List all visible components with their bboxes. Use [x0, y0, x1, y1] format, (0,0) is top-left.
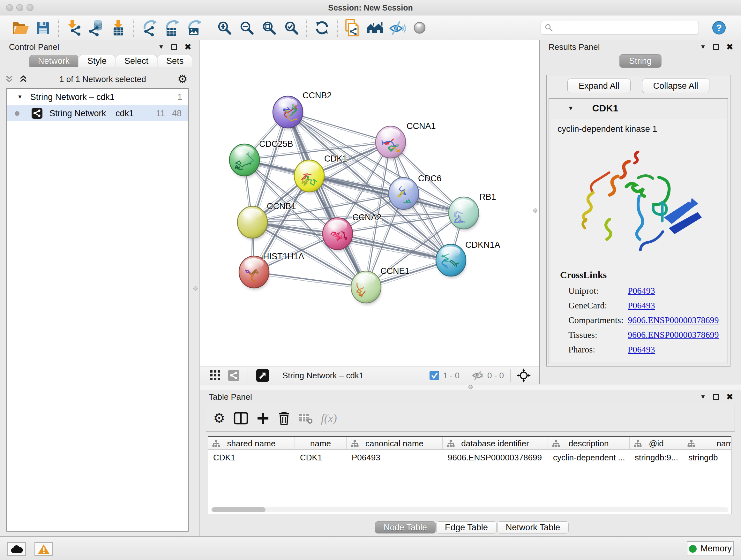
network-row[interactable]: String Network – cdk1 11 48 — [7, 105, 188, 121]
table-cell[interactable]: 9606.ENSP00000378699 — [443, 450, 548, 465]
table-row[interactable]: CDK1CDK1P064939606.ENSP00000378699cyclin… — [208, 450, 731, 465]
show-columns-icon[interactable] — [233, 412, 248, 425]
delete-column-trash-icon[interactable] — [278, 411, 290, 426]
crosslink-link[interactable]: P06493 — [628, 300, 655, 311]
float-panel-icon[interactable] — [713, 394, 719, 400]
tab-style[interactable]: Style — [79, 55, 115, 67]
network-edges[interactable] — [243, 111, 464, 289]
export-image-button[interactable] — [183, 17, 205, 38]
import-network-database-button[interactable] — [85, 17, 107, 38]
network-node-CCNA1[interactable]: CCNA1 — [376, 121, 436, 160]
tab-select[interactable]: Select — [116, 55, 157, 67]
tab-string[interactable]: String — [619, 54, 662, 68]
tab-network[interactable]: Network — [29, 55, 78, 67]
column-header-database-identifier[interactable]: database identifier — [443, 437, 548, 450]
zoom-selected-button[interactable] — [280, 17, 302, 38]
zoom-fit-button[interactable] — [258, 17, 280, 38]
export-table-button[interactable] — [160, 17, 183, 38]
crosslink-link[interactable]: 9606.ENSP00000378699 — [628, 330, 719, 340]
table-cell[interactable]: P06493 — [347, 450, 443, 465]
toolbar-separator — [58, 19, 59, 37]
hide-selected-button[interactable] — [386, 17, 408, 38]
column-header-namespac[interactable]: namespac — [683, 437, 731, 450]
add-column-icon[interactable] — [257, 412, 269, 425]
zoom-in-button[interactable] — [213, 17, 235, 38]
birds-eye-view-icon[interactable] — [256, 369, 269, 382]
crosslink-link[interactable]: P06493 — [628, 345, 655, 355]
table-cell[interactable]: cyclin-dependent ... — [548, 450, 630, 465]
float-panel-icon[interactable] — [171, 44, 177, 50]
save-session-button[interactable] — [32, 17, 54, 38]
string-protein-query-button[interactable] — [341, 17, 364, 38]
pan-crosshair-icon[interactable] — [516, 368, 531, 383]
network-graph[interactable]: CCNB2 CCNA1 CDC25B CDK1 CDC6 — [200, 40, 539, 367]
splitter-handle[interactable] — [468, 385, 473, 389]
vertical-splitter-handle-left[interactable] — [193, 287, 198, 291]
network-options-gear-icon[interactable]: ⚙ — [178, 73, 188, 85]
network-view-canvas[interactable]: CCNB2 CCNA1 CDC25B CDK1 CDC6 — [200, 40, 539, 367]
node-table[interactable]: shared namenamecanonical namedatabase id… — [208, 436, 731, 514]
table-cell[interactable]: CDK1 — [208, 450, 295, 465]
search-input[interactable] — [556, 22, 698, 34]
import-table-button[interactable] — [107, 17, 130, 38]
network-node-HIST1H1A[interactable]: HIST1H1A — [239, 252, 304, 290]
network-node-RB1[interactable]: RB1 — [449, 192, 496, 231]
column-header-canonical-name[interactable]: canonical name — [347, 437, 443, 450]
network-collection-row[interactable]: ▼ String Network – cdk1 1 — [7, 89, 188, 105]
network-node-CDKN1A[interactable]: CDKN1A — [436, 240, 500, 278]
collection-caret-icon[interactable]: ▼ — [17, 94, 23, 100]
network-view-icon[interactable] — [228, 370, 239, 381]
delete-table-icon-disabled[interactable] — [299, 413, 313, 424]
search-field[interactable] — [541, 21, 699, 35]
cloud-status-button[interactable] — [7, 542, 26, 556]
collapse-all-button[interactable]: Collapse All — [642, 78, 710, 93]
crosslink-link[interactable]: P06493 — [628, 286, 655, 296]
toolbar-separator — [307, 19, 307, 37]
column-header-id[interactable]: @id — [630, 437, 683, 450]
warnings-button[interactable] — [35, 542, 53, 556]
horizontal-scrollbar[interactable] — [211, 507, 729, 512]
open-session-button[interactable] — [10, 17, 32, 38]
crosslink-link[interactable]: 9606.ENSP00000378699 — [628, 315, 719, 325]
close-panel-icon[interactable]: ✖ — [726, 394, 733, 400]
network-node-CCNE1[interactable]: CCNE1 — [351, 266, 410, 305]
tab-network-table[interactable]: Network Table — [497, 521, 569, 534]
gene-caret-icon[interactable]: ▼ — [568, 105, 574, 112]
gene-section-header[interactable]: ▼ CDK1 — [549, 99, 728, 118]
column-header-shared-name[interactable]: shared name — [208, 437, 295, 450]
tab-edge-table[interactable]: Edge Table — [436, 521, 496, 534]
expand-all-icon[interactable] — [18, 75, 28, 83]
table-cell[interactable]: stringdb:9... — [630, 450, 683, 465]
help-button[interactable]: ? — [708, 17, 730, 38]
scrollbar-thumb[interactable] — [212, 507, 266, 512]
export-network-button[interactable] — [138, 17, 160, 38]
zoom-out-button[interactable] — [235, 17, 258, 38]
column-header-name[interactable]: name — [295, 437, 347, 450]
network-node-CDK1[interactable]: CDK1 — [294, 154, 347, 193]
table-cell[interactable]: stringdb — [683, 450, 731, 465]
home-networks-button[interactable] — [364, 17, 386, 38]
tab-node-table[interactable]: Node Table — [375, 521, 435, 534]
tab-sets[interactable]: Sets — [158, 55, 192, 67]
table-options-gear-icon[interactable]: ⚙ — [213, 413, 225, 424]
panel-menu-icon[interactable]: ▼ — [700, 44, 706, 51]
memory-button[interactable]: Memory — [687, 541, 734, 556]
table-cell[interactable]: CDK1 — [295, 450, 347, 465]
show-hidden-button[interactable] — [408, 17, 431, 38]
eye-slash-icon — [389, 20, 406, 36]
selected-checkbox-icon[interactable] — [429, 371, 439, 380]
panel-menu-icon[interactable]: ▼ — [158, 44, 164, 51]
import-network-file-button[interactable] — [63, 17, 85, 38]
panel-menu-icon[interactable]: ▼ — [700, 393, 706, 400]
expand-all-button[interactable]: Expand All — [567, 78, 630, 93]
column-header-description[interactable]: description — [548, 437, 630, 450]
function-builder-icon-disabled[interactable]: f(x) — [321, 412, 337, 425]
vertical-splitter-handle-right[interactable] — [533, 208, 537, 212]
close-panel-icon[interactable]: ✖ — [184, 44, 192, 50]
float-panel-icon[interactable] — [713, 44, 719, 50]
close-panel-icon[interactable]: ✖ — [726, 44, 733, 50]
horizontal-splitter[interactable] — [200, 384, 741, 390]
apply-layout-button[interactable] — [311, 17, 333, 38]
collapse-all-icon[interactable] — [4, 75, 14, 83]
grid-view-icon[interactable] — [210, 370, 221, 381]
